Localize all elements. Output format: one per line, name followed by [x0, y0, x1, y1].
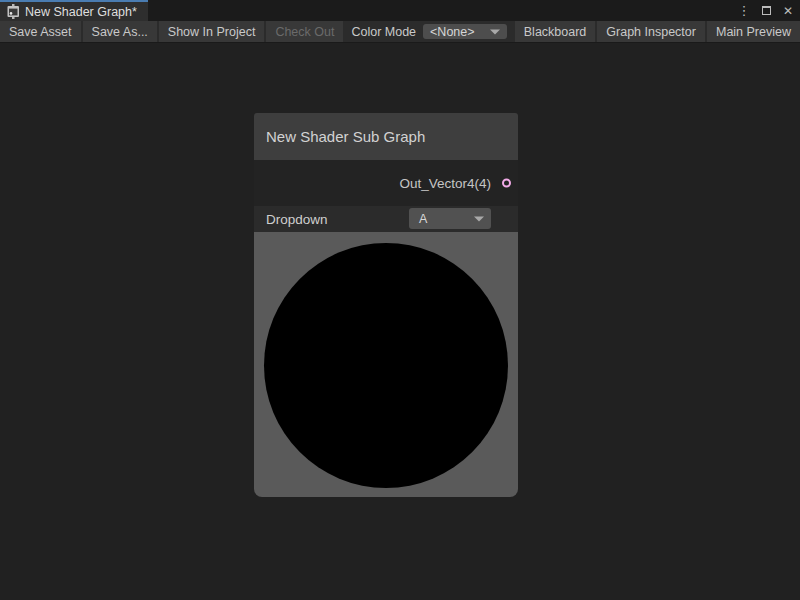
close-icon[interactable]: ✕ [780, 3, 796, 19]
show-in-project-button[interactable]: Show In Project [159, 21, 265, 42]
maximize-icon[interactable] [758, 3, 774, 19]
color-mode-label: Color Mode [345, 21, 423, 42]
color-mode-dropdown[interactable]: <None> [423, 24, 507, 39]
check-out-button: Check Out [266, 21, 343, 42]
node-title: New Shader Sub Graph [266, 128, 425, 145]
graph-canvas[interactable]: New Shader Sub Graph Out_Vector4(4) Drop… [0, 44, 800, 600]
window-controls: ⋮ ✕ [736, 0, 796, 21]
title-bar: New Shader Graph* ⋮ ✕ [0, 0, 800, 21]
dropdown-property-row: Dropdown A [254, 206, 518, 232]
dropdown-selected-value: A [419, 212, 427, 226]
save-as-button[interactable]: Save As... [83, 21, 157, 42]
color-mode-value: <None> [430, 25, 474, 39]
toolbar: Save Asset Save As... Show In Project Ch… [0, 21, 800, 43]
chevron-down-icon [474, 216, 484, 221]
shader-preview-area[interactable] [254, 232, 518, 497]
dropdown-property-label: Dropdown [266, 212, 328, 227]
vector4-port-icon[interactable] [502, 179, 511, 188]
sub-graph-output-node[interactable]: New Shader Sub Graph Out_Vector4(4) Drop… [254, 113, 518, 497]
main-preview-toggle-button[interactable]: Main Preview [707, 21, 800, 42]
graph-inspector-toggle-button[interactable]: Graph Inspector [597, 21, 705, 42]
dropdown-value-select[interactable]: A [409, 208, 491, 229]
save-asset-button[interactable]: Save Asset [0, 21, 81, 42]
output-port-label: Out_Vector4(4) [399, 176, 491, 191]
chevron-down-icon [490, 29, 500, 34]
shader-graph-icon [6, 4, 20, 19]
tab-new-shader-graph[interactable]: New Shader Graph* [0, 0, 148, 21]
tab-title: New Shader Graph* [25, 5, 137, 19]
node-title-bar[interactable]: New Shader Sub Graph [254, 113, 518, 160]
preview-sphere [264, 243, 508, 488]
maximize-box-glyph [762, 6, 771, 15]
window-menu-icon[interactable]: ⋮ [736, 3, 752, 19]
output-port-row: Out_Vector4(4) [254, 160, 518, 206]
blackboard-toggle-button[interactable]: Blackboard [515, 21, 596, 42]
